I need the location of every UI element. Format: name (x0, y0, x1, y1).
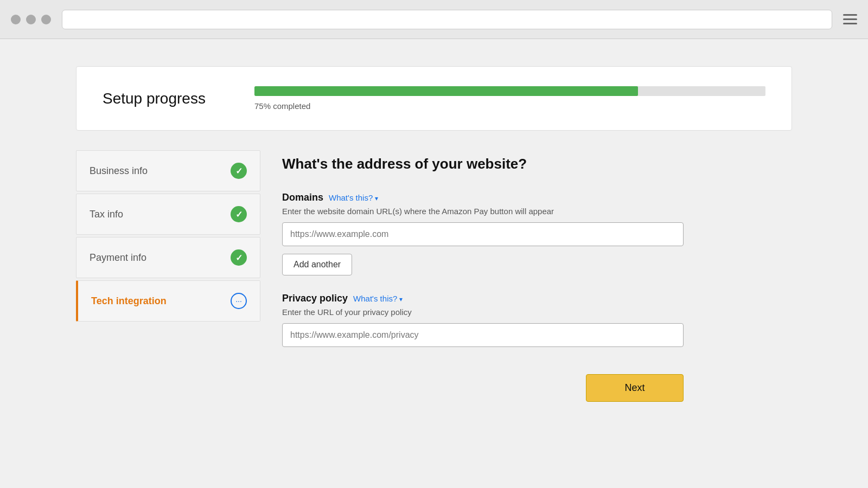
privacy-policy-label-row: Privacy policy What's this? (282, 293, 792, 304)
sidebar-item-payment-info[interactable]: Payment info (76, 237, 260, 278)
browser-chrome (0, 0, 868, 39)
progress-bar-fill (254, 86, 638, 96)
domains-label: Domains (282, 192, 323, 203)
sidebar-item-label: Business info (90, 165, 148, 177)
add-another-button[interactable]: Add another (282, 254, 352, 275)
domains-input[interactable] (282, 222, 684, 246)
form-area: What's the address of your website? Doma… (282, 150, 792, 402)
next-button-row: Next (282, 374, 684, 402)
privacy-policy-field-group: Privacy policy What's this? Enter the UR… (282, 293, 792, 347)
setup-progress-card: Setup progress 75% completed (76, 66, 792, 131)
sidebar-item-label: Tax info (90, 209, 123, 220)
sidebar-item-business-info[interactable]: Business info (76, 150, 260, 191)
privacy-policy-whats-this-link[interactable]: What's this? (353, 294, 403, 303)
sidebar-item-tech-integration[interactable]: Tech integration (76, 280, 260, 322)
maximize-button-icon[interactable] (41, 15, 51, 24)
privacy-policy-label: Privacy policy (282, 293, 348, 304)
setup-progress-title: Setup progress (103, 90, 222, 107)
sidebar-item-tax-info[interactable]: Tax info (76, 194, 260, 235)
domains-whats-this-link[interactable]: What's this? (329, 193, 378, 202)
close-button-icon[interactable] (11, 15, 21, 24)
privacy-policy-input[interactable] (282, 323, 684, 347)
progress-label: 75% completed (254, 101, 765, 111)
domains-label-row: Domains What's this? (282, 192, 792, 203)
domains-field-group: Domains What's this? Enter the website d… (282, 192, 792, 275)
progress-bar-track (254, 86, 765, 96)
form-question: What's the address of your website? (282, 156, 792, 172)
next-button[interactable]: Next (586, 374, 684, 402)
domains-description: Enter the website domain URL(s) where th… (282, 207, 792, 216)
progress-bar-container: 75% completed (254, 86, 765, 111)
address-bar[interactable] (62, 10, 832, 29)
minimize-button-icon[interactable] (26, 15, 36, 24)
page-content: Setup progress 75% completed Business in… (0, 39, 868, 488)
traffic-lights (11, 15, 51, 24)
menu-icon[interactable] (843, 14, 857, 24)
check-icon-tax-info (231, 206, 247, 222)
sidebar-item-label: Payment info (90, 252, 146, 264)
sidebar: Business info Tax info Payment info Tech… (76, 150, 260, 402)
sidebar-item-label: Tech integration (91, 296, 167, 307)
in-progress-icon-tech-integration (231, 293, 247, 309)
check-icon-payment-info (231, 249, 247, 266)
main-layout: Business info Tax info Payment info Tech… (76, 150, 792, 402)
privacy-policy-description: Enter the URL of your privacy policy (282, 307, 792, 317)
check-icon-business-info (231, 163, 247, 179)
